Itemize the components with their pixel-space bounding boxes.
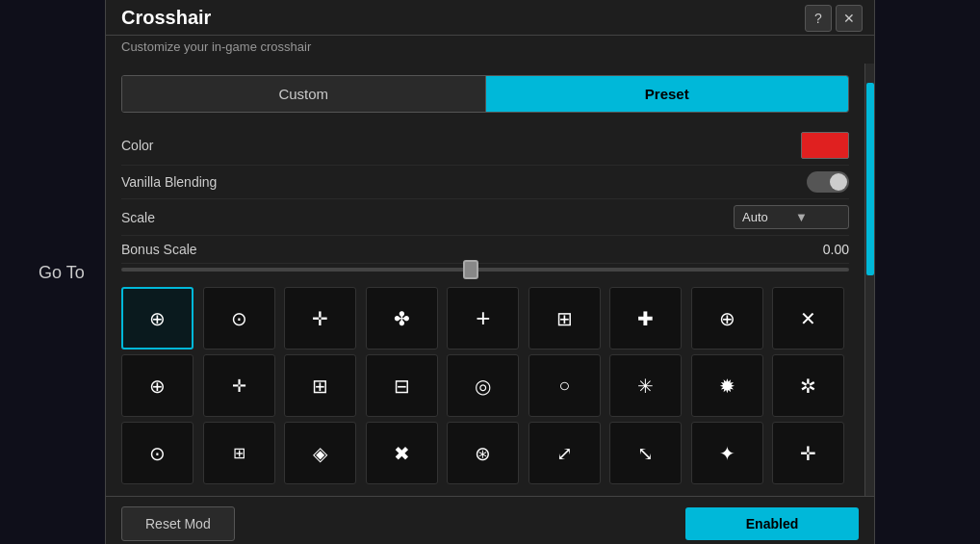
crosshair-cell[interactable]: ○ — [529, 354, 601, 417]
scrollbar-track — [864, 64, 874, 496]
crosshair-grid: ⊕ ⊙ ✛ ✤ + ⊞ ✚ ⊕ ✕ ⊕ ✛ ⊞ ⊟ ◎ ○ ✳ ✹ ✲ ⊙ — [121, 287, 849, 484]
crosshair-cell[interactable]: ✛ — [284, 287, 356, 350]
scrollbar-thumb[interactable] — [866, 83, 874, 275]
crosshair-cell[interactable]: ✕ — [772, 287, 844, 350]
crosshair-cell[interactable]: ◈ — [284, 422, 356, 484]
color-swatch[interactable] — [801, 132, 849, 159]
crosshair-cell[interactable]: ✛ — [203, 354, 275, 417]
vanilla-toggle[interactable] — [807, 171, 849, 193]
bonus-scale-row: Bonus Scale 0.00 — [121, 236, 849, 264]
crosshair-cell[interactable]: + — [447, 287, 519, 350]
crosshair-cell[interactable]: ⊙ — [121, 422, 193, 484]
bonus-scale-slider[interactable] — [121, 268, 849, 272]
crosshair-cell[interactable]: ⊞ — [529, 287, 601, 350]
vanilla-label: Vanilla Blending — [121, 174, 807, 190]
crosshair-cell[interactable]: ✚ — [609, 287, 682, 350]
crosshair-cell[interactable]: ⊛ — [447, 422, 519, 484]
crosshair-cell[interactable]: ⊙ — [203, 287, 275, 350]
scale-row: Scale Auto ▼ — [121, 199, 849, 236]
crosshair-cell[interactable]: ✳ — [609, 354, 682, 417]
reset-mod-button[interactable]: Reset Mod — [121, 506, 235, 541]
tab-bar: Custom Preset — [121, 75, 849, 113]
crosshair-cell[interactable]: ⊕ — [121, 354, 193, 417]
dialog-subtitle: Customize your in-game crosshair — [106, 36, 874, 64]
dialog-content: Custom Preset Color Vanilla Blending Sca… — [106, 64, 864, 496]
crosshair-cell[interactable]: ⤡ — [609, 422, 682, 484]
go-to-label: Go To — [39, 262, 85, 282]
crosshair-cell[interactable]: ✦ — [691, 422, 763, 484]
header-buttons: ? ✕ — [805, 5, 863, 32]
crosshair-cell[interactable]: ✖ — [366, 422, 438, 484]
tab-preset[interactable]: Preset — [486, 76, 849, 112]
vanilla-row: Vanilla Blending — [121, 166, 849, 199]
dialog-footer: Reset Mod Enabled — [106, 496, 874, 544]
toggle-knob — [830, 173, 847, 191]
dialog-title: Crosshair — [121, 7, 859, 29]
bonus-scale-value: 0.00 — [801, 242, 849, 257]
crosshair-cell[interactable]: ◎ — [447, 354, 519, 417]
crosshair-cell[interactable]: ⊞ — [284, 354, 356, 417]
scale-value: Auto — [742, 210, 787, 224]
slider-container — [121, 264, 849, 279]
crosshair-dialog: Crosshair ? ✕ Customize your in-game cro… — [105, 0, 875, 544]
help-button[interactable]: ? — [805, 5, 832, 32]
color-label: Color — [121, 138, 801, 153]
dialog-body: Custom Preset Color Vanilla Blending Sca… — [106, 64, 874, 496]
crosshair-cell[interactable]: ⊕ — [691, 287, 763, 350]
crosshair-cell[interactable]: ⤢ — [529, 422, 601, 484]
crosshair-cell[interactable]: ⊕ — [121, 287, 193, 350]
bonus-scale-label: Bonus Scale — [121, 242, 801, 257]
enabled-button[interactable]: Enabled — [685, 507, 859, 540]
scale-label: Scale — [121, 210, 734, 225]
crosshair-cell[interactable]: ✲ — [772, 354, 844, 417]
crosshair-cell[interactable]: ✤ — [366, 287, 438, 350]
crosshair-cell[interactable]: ✹ — [691, 354, 763, 417]
scale-dropdown[interactable]: Auto ▼ — [734, 205, 849, 229]
slider-thumb[interactable] — [463, 260, 478, 279]
tab-custom[interactable]: Custom — [122, 76, 486, 112]
dialog-header: Crosshair ? ✕ — [106, 0, 874, 36]
color-row: Color — [121, 126, 849, 166]
crosshair-cell[interactable]: ⊟ — [366, 354, 438, 417]
close-button[interactable]: ✕ — [836, 5, 863, 32]
crosshair-cell[interactable]: ⊞ — [203, 422, 275, 484]
crosshair-cell[interactable]: ✛ — [772, 422, 844, 484]
chevron-down-icon: ▼ — [795, 210, 840, 224]
